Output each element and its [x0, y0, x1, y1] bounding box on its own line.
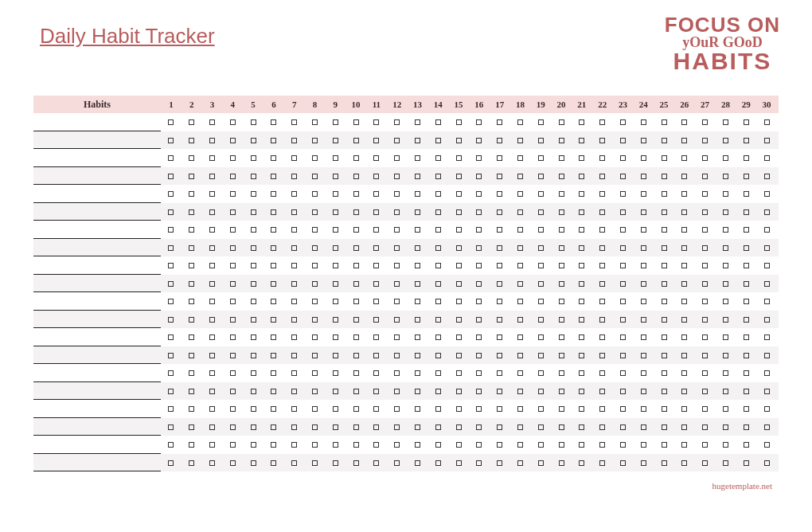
checkbox-cell[interactable]	[674, 369, 695, 377]
checkbox-cell[interactable]	[633, 405, 654, 413]
checkbox-cell[interactable]	[222, 208, 243, 216]
checkbox-cell[interactable]	[325, 315, 345, 323]
checkbox-cell[interactable]	[202, 190, 223, 198]
checkbox-cell[interactable]	[551, 423, 572, 431]
checkbox-cell[interactable]	[325, 387, 345, 395]
checkbox-cell[interactable]	[182, 297, 202, 305]
checkbox-cell[interactable]	[572, 225, 592, 233]
checkbox-cell[interactable]	[633, 315, 654, 323]
checkbox-cell[interactable]	[387, 297, 408, 305]
checkbox-cell[interactable]	[695, 423, 716, 431]
checkbox-cell[interactable]	[695, 315, 716, 323]
checkbox-cell[interactable]	[408, 154, 428, 162]
checkbox-cell[interactable]	[366, 387, 387, 395]
checkbox-cell[interactable]	[756, 190, 777, 198]
checkbox-cell[interactable]	[427, 208, 448, 216]
checkbox-cell[interactable]	[674, 423, 695, 431]
checkbox-cell[interactable]	[387, 244, 408, 252]
checkbox-cell[interactable]	[613, 405, 634, 413]
checkbox-cell[interactable]	[613, 172, 634, 180]
checkbox-cell[interactable]	[366, 136, 387, 144]
checkbox-cell[interactable]	[243, 136, 264, 144]
checkbox-cell[interactable]	[510, 225, 531, 233]
checkbox-cell[interactable]	[284, 136, 305, 144]
checkbox-cell[interactable]	[408, 423, 428, 431]
checkbox-cell[interactable]	[284, 208, 305, 216]
checkbox-cell[interactable]	[469, 459, 490, 467]
checkbox-cell[interactable]	[387, 459, 408, 467]
habit-name-cell[interactable]	[33, 328, 161, 346]
checkbox-cell[interactable]	[674, 280, 695, 288]
checkbox-cell[interactable]	[654, 459, 674, 467]
checkbox-cell[interactable]	[551, 208, 572, 216]
checkbox-cell[interactable]	[654, 351, 674, 359]
checkbox-cell[interactable]	[345, 333, 366, 341]
checkbox-cell[interactable]	[633, 118, 654, 126]
checkbox-cell[interactable]	[490, 261, 510, 269]
checkbox-cell[interactable]	[448, 387, 469, 395]
checkbox-cell[interactable]	[366, 440, 387, 448]
checkbox-cell[interactable]	[243, 333, 264, 341]
checkbox-cell[interactable]	[345, 280, 366, 288]
checkbox-cell[interactable]	[654, 172, 674, 180]
checkbox-cell[interactable]	[408, 225, 428, 233]
checkbox-cell[interactable]	[592, 459, 613, 467]
checkbox-cell[interactable]	[366, 459, 387, 467]
checkbox-cell[interactable]	[387, 280, 408, 288]
checkbox-cell[interactable]	[469, 333, 490, 341]
checkbox-cell[interactable]	[716, 172, 736, 180]
checkbox-cell[interactable]	[736, 405, 756, 413]
checkbox-cell[interactable]	[633, 440, 654, 448]
checkbox-cell[interactable]	[366, 118, 387, 126]
habit-name-cell[interactable]	[33, 113, 161, 131]
checkbox-cell[interactable]	[756, 423, 777, 431]
checkbox-cell[interactable]	[530, 369, 551, 377]
checkbox-cell[interactable]	[695, 136, 716, 144]
checkbox-cell[interactable]	[633, 333, 654, 341]
checkbox-cell[interactable]	[264, 333, 284, 341]
checkbox-cell[interactable]	[572, 440, 592, 448]
checkbox-cell[interactable]	[408, 261, 428, 269]
checkbox-cell[interactable]	[572, 459, 592, 467]
checkbox-cell[interactable]	[408, 333, 428, 341]
checkbox-cell[interactable]	[530, 118, 551, 126]
checkbox-cell[interactable]	[736, 387, 756, 395]
checkbox-cell[interactable]	[736, 315, 756, 323]
habit-name-cell[interactable]	[33, 221, 161, 239]
checkbox-cell[interactable]	[572, 261, 592, 269]
checkbox-cell[interactable]	[305, 440, 326, 448]
checkbox-cell[interactable]	[572, 118, 592, 126]
checkbox-cell[interactable]	[243, 459, 264, 467]
checkbox-cell[interactable]	[264, 225, 284, 233]
checkbox-cell[interactable]	[408, 315, 428, 323]
checkbox-cell[interactable]	[387, 369, 408, 377]
checkbox-cell[interactable]	[448, 280, 469, 288]
checkbox-cell[interactable]	[756, 387, 777, 395]
habit-name-cell[interactable]	[33, 292, 161, 311]
checkbox-cell[interactable]	[490, 440, 510, 448]
checkbox-cell[interactable]	[510, 297, 531, 305]
checkbox-cell[interactable]	[572, 297, 592, 305]
checkbox-cell[interactable]	[633, 244, 654, 252]
checkbox-cell[interactable]	[448, 423, 469, 431]
checkbox-cell[interactable]	[202, 423, 223, 431]
checkbox-cell[interactable]	[448, 172, 469, 180]
checkbox-cell[interactable]	[408, 190, 428, 198]
checkbox-cell[interactable]	[716, 315, 736, 323]
checkbox-cell[interactable]	[613, 315, 634, 323]
checkbox-cell[interactable]	[716, 261, 736, 269]
checkbox-cell[interactable]	[633, 387, 654, 395]
checkbox-cell[interactable]	[305, 154, 326, 162]
checkbox-cell[interactable]	[572, 244, 592, 252]
checkbox-cell[interactable]	[469, 208, 490, 216]
checkbox-cell[interactable]	[530, 440, 551, 448]
checkbox-cell[interactable]	[325, 261, 345, 269]
checkbox-cell[interactable]	[551, 172, 572, 180]
checkbox-cell[interactable]	[305, 280, 326, 288]
checkbox-cell[interactable]	[572, 423, 592, 431]
checkbox-cell[interactable]	[284, 405, 305, 413]
checkbox-cell[interactable]	[202, 136, 223, 144]
habit-name-cell[interactable]	[33, 311, 161, 329]
checkbox-cell[interactable]	[161, 261, 182, 269]
checkbox-cell[interactable]	[592, 297, 613, 305]
